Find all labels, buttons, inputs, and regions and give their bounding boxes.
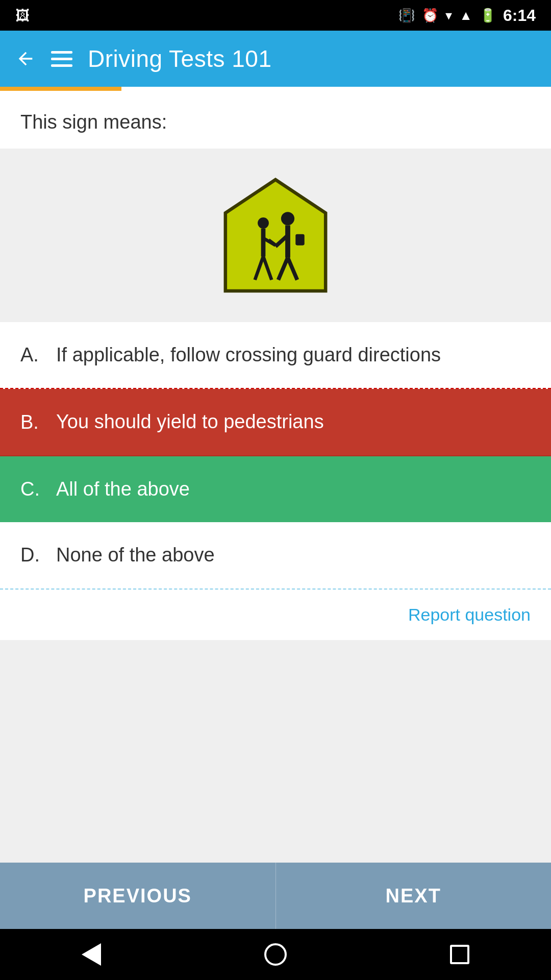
progress-bar-fill [0, 87, 121, 91]
app-bar: Driving Tests 101 [0, 31, 551, 87]
answer-text-b: You should yield to pedestrians [56, 409, 324, 434]
app-title: Driving Tests 101 [88, 45, 272, 72]
answer-text-c: All of the above [56, 477, 190, 502]
svg-point-1 [281, 212, 294, 225]
content-spacer [0, 640, 551, 863]
menu-line-1 [51, 51, 72, 54]
previous-button[interactable]: PREVIOUS [0, 863, 276, 929]
image-icon: 🖼 [15, 7, 30, 24]
status-bar: 🖼 📳 ⏰ ▾ ▲ 🔋 6:14 [0, 0, 551, 31]
svg-rect-6 [295, 234, 304, 246]
menu-button[interactable] [51, 51, 72, 67]
signal-icon: ▲ [459, 8, 472, 23]
svg-point-7 [258, 217, 269, 229]
vibrate-icon: 📳 [398, 8, 415, 23]
bottom-nav: PREVIOUS NEXT [0, 863, 551, 929]
answer-option-a[interactable]: A. If applicable, follow crossing guard … [0, 322, 551, 389]
answer-option-b[interactable]: B. You should yield to pedestrians [0, 389, 551, 456]
android-home-button[interactable] [264, 943, 287, 966]
wifi-icon: ▾ [445, 8, 452, 23]
status-time: 6:14 [503, 6, 536, 25]
answer-letter-c: C. [20, 478, 56, 500]
menu-line-2 [51, 58, 72, 60]
answer-letter-b: B. [20, 411, 56, 433]
progress-bar-container [0, 87, 551, 91]
back-button[interactable] [15, 48, 36, 69]
answer-text-a: If applicable, follow crossing guard dir… [56, 342, 441, 368]
battery-icon: 🔋 [480, 8, 496, 23]
next-button[interactable]: NEXT [276, 863, 552, 929]
answers-container: A. If applicable, follow crossing guard … [0, 322, 551, 589]
question-label: This sign means: [0, 91, 551, 149]
answer-option-d[interactable]: D. None of the above [0, 522, 551, 588]
answer-letter-d: D. [20, 544, 56, 566]
report-section: Report question [0, 590, 551, 640]
report-question-link[interactable]: Report question [408, 605, 531, 624]
school-crossing-sign [214, 174, 337, 297]
answer-option-c[interactable]: C. All of the above [0, 456, 551, 522]
android-back-button[interactable] [82, 943, 101, 966]
alarm-icon: ⏰ [422, 8, 438, 23]
sign-image-area [0, 149, 551, 322]
menu-line-3 [51, 64, 72, 67]
android-recents-button[interactable] [450, 945, 469, 964]
svg-marker-0 [226, 180, 325, 291]
main-content: This sign means: A. [0, 91, 551, 863]
answer-text-d: None of the above [56, 543, 215, 568]
answer-letter-a: A. [20, 344, 56, 366]
android-nav-bar [0, 929, 551, 980]
